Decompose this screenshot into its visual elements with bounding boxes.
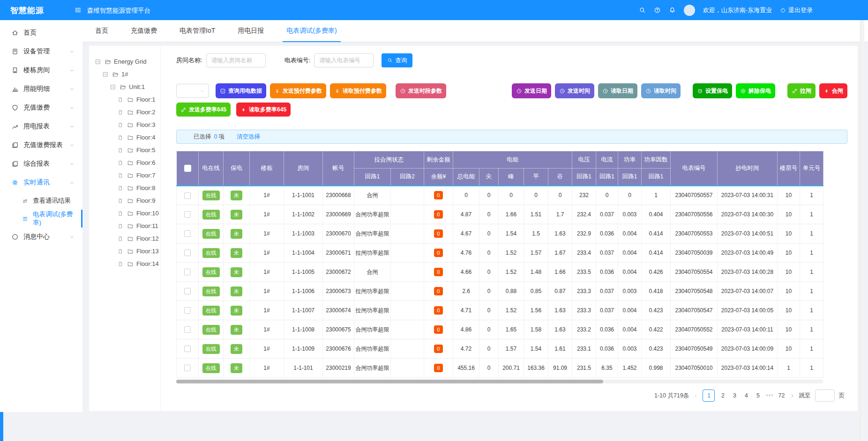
sidebar-item-recharge-report[interactable]: 充值缴费报表 [0,136,82,154]
table-cell: 1.452 [618,359,642,378]
clear-protect-button[interactable]: 解除保电 [736,83,775,98]
row-checkbox[interactable] [184,365,191,371]
sidebar: 首页设备管理楼栋房间用能明细充值缴费用电报表充值缴费报表综合报表实时通讯查看通讯… [0,20,82,412]
tab-recharge[interactable]: 充值缴费 [131,20,157,42]
tab-meter-iot[interactable]: 电表管理IoT [180,20,215,42]
horizontal-scrollbar-track[interactable] [176,380,823,383]
page-number[interactable]: 4 [742,392,750,399]
page-number[interactable]: 1 [703,390,715,402]
avatar[interactable] [684,5,695,16]
tree-node[interactable]: Energy Grid [89,56,160,67]
bell-icon[interactable] [669,7,676,14]
table-cell: 23000668 [323,186,354,205]
page-number[interactable]: 2 [719,392,726,399]
filter-row: 房间名称: 电表编号: 查询 [176,53,847,67]
sidebar-item-comm-result[interactable]: 查看通讯结果 [0,192,82,210]
table-cell: 0.88 [499,282,524,301]
selected-count: 0 [214,133,217,140]
sidebar-item-power-report[interactable]: 用电报表 [0,117,82,136]
set-protect-button[interactable]: 设置保电 [693,83,732,98]
read-multirate-645-button[interactable]: 读取多费率645 [236,103,291,117]
row-checkbox[interactable] [184,345,191,352]
meter-type-select[interactable] [176,84,209,98]
table-cell: 1# [250,186,284,205]
tree-node[interactable]: Floor:3 [89,119,160,130]
send-time-button[interactable]: 发送时间 [555,83,594,98]
collapse-node-icon[interactable] [110,84,116,90]
read-prepay-params-button[interactable]: 读取预付费参数 [330,83,386,98]
row-checkbox[interactable] [184,211,191,218]
tree-node[interactable]: Floor:14 [89,258,160,269]
table-cell: 1# [250,263,284,282]
tab-home[interactable]: 首页 [95,20,108,42]
tree-node[interactable]: Floor:10 [89,208,160,219]
query-power-data-button[interactable]: 查询用电数据 [216,83,266,98]
next-page-icon[interactable] [790,393,795,398]
page-number[interactable]: 3 [731,392,738,399]
sidebar-item-summary-report[interactable]: 综合报表 [0,154,82,173]
room-name-input[interactable] [206,53,266,67]
table-cell: 1.61 [548,339,572,359]
sidebar-item-home[interactable]: 首页 [0,23,82,42]
tree-node[interactable]: 1# [89,69,160,80]
sidebar-item-device[interactable]: 设备管理 [0,42,82,61]
page-number[interactable]: 72 [778,392,786,399]
page-number[interactable]: 5 [754,392,762,399]
sidebar-item-meter-debug[interactable]: 电表调试(多费率) [0,210,82,228]
jump-page-input[interactable] [815,390,835,402]
row-checkbox[interactable] [184,250,191,256]
meter-no-input[interactable] [314,53,374,67]
help-icon[interactable] [654,7,661,14]
row-checkbox[interactable] [184,326,191,333]
send-period-params-button[interactable]: 发送时段参数 [396,83,446,98]
row-checkbox[interactable] [184,192,191,199]
table-cell: 在线 [199,186,224,205]
send-multirate-645-button[interactable]: 发送多费率645 [176,103,231,117]
row-checkbox[interactable] [184,269,191,275]
sidebar-item-realtime[interactable]: 实时通讯 [0,173,82,192]
logout-button[interactable]: 退出登录 [780,6,813,15]
send-date-button[interactable]: 发送日期 [512,83,551,98]
tree-node[interactable]: Floor:8 [89,183,160,193]
tree-node[interactable]: Floor:1 [89,94,160,105]
tree-node[interactable]: Floor:4 [89,132,160,143]
sidebar-item-recharge[interactable]: 充值缴费 [0,98,82,117]
collapse-menu-icon[interactable] [74,6,82,14]
chevron-down-icon [69,235,75,240]
tree-node[interactable]: Floor:6 [89,157,160,168]
horizontal-scrollbar-thumb[interactable] [176,380,603,383]
collapse-node-icon[interactable] [95,59,101,65]
tree-node[interactable]: Floor:9 [89,195,160,206]
table-cell: 1.57 [524,243,548,263]
row-checkbox[interactable] [184,288,191,294]
tree-node[interactable]: Floor:12 [89,233,160,244]
collapse-node-icon[interactable] [103,72,108,77]
row-checkbox[interactable] [184,307,191,314]
table-cell: 1 [800,282,823,301]
read-time-button[interactable]: 读取时间 [641,83,681,98]
tree-node[interactable]: Unit:1 [89,81,160,92]
tree-node[interactable]: Floor:11 [89,220,160,231]
select-all-checkbox[interactable] [184,165,191,172]
search-button[interactable]: 查询 [382,53,412,67]
tab-meter-debug[interactable]: 电表调试(多费率) [286,20,337,42]
tree-node[interactable]: Floor:7 [89,170,160,181]
tab-daily-report[interactable]: 用电日报 [238,20,264,42]
page-scrollbar[interactable] [860,20,864,441]
tree-node[interactable]: Floor:2 [89,107,160,118]
close-switch-button[interactable]: 合闸 [819,83,847,98]
tree-node[interactable]: Floor:5 [89,145,160,155]
search-icon[interactable] [639,7,646,14]
sidebar-item-energy[interactable]: 用能明细 [0,80,82,98]
folder-icon [127,261,134,267]
row-checkbox[interactable] [184,230,191,237]
table-cell: 合闸 [354,186,391,205]
sidebar-item-message[interactable]: 消息中心 [0,228,82,246]
sidebar-item-building[interactable]: 楼栋房间 [0,61,82,80]
read-date-button[interactable]: 读取日期 [598,83,637,98]
open-switch-button[interactable]: 拉闸 [787,83,816,98]
clear-selection-link[interactable]: 清空选择 [237,133,260,141]
send-prepay-params-button[interactable]: 发送预付费参数 [270,83,326,98]
tree-node[interactable]: Floor:13 [89,246,160,257]
prev-page-icon[interactable] [693,393,698,398]
